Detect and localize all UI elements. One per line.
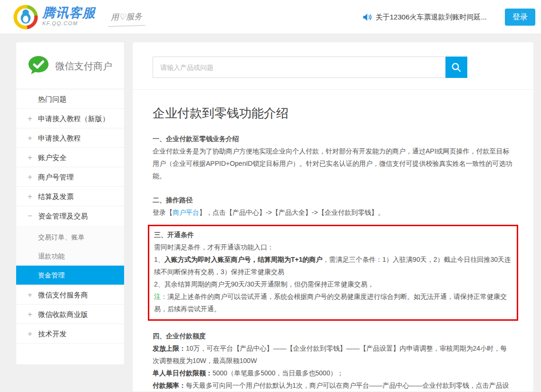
sidebar-subitem-funds-management-selected[interactable]: 资金管理: [16, 266, 124, 285]
text: 5000（单笔最多5000，当日最多也5000）；: [213, 369, 343, 377]
sidebar-item-access-tutorial[interactable]: + 申请接入教程: [16, 128, 124, 148]
sidebar-item-hot-questions[interactable]: 热门问题: [16, 89, 124, 109]
sidebar-item-settlement-invoice[interactable]: + 结算及发票: [16, 187, 124, 206]
sidebar-item-funds-management-trading[interactable]: − 资金管理及交易: [16, 206, 124, 226]
plus-icon[interactable]: +: [26, 285, 34, 305]
sidebar-brand-label: 微信支付商户: [55, 60, 112, 73]
plus-icon[interactable]: +: [26, 167, 34, 187]
text: 满足上述条件的商户可以尝试开通，系统会根据商户号的交易健康度进行综合判断。如无法…: [154, 293, 507, 313]
announcement-link[interactable]: 关于12306火车票退款到账时间延...: [363, 13, 487, 22]
section4-line3: 付款频率：每天最多可向同一个用户付款默认为1次，商户可以在商户平台——产品中心—…: [153, 379, 513, 392]
section4-line1: 发放上限：10万，可在平台【产品中心】——【企业付款到零钱】——【产品设置】内申…: [153, 342, 513, 367]
bold-text: 付款频率：: [153, 382, 186, 389]
sidebar-item-wechat-pay-service-provider[interactable]: + 微信支付服务商: [16, 285, 124, 305]
search-bar: [153, 57, 467, 78]
minus-icon[interactable]: −: [26, 206, 34, 226]
announcement-text: 关于12306火车票退款到账时间延...: [376, 13, 487, 22]
sidebar-item-label: 结算及发票: [38, 192, 74, 201]
sidebar-item-wechat-collection-business[interactable]: + 微信收款商业版: [16, 305, 124, 324]
sidebar-item-label: 商户号管理: [38, 173, 74, 181]
plus-icon[interactable]: +: [26, 128, 34, 148]
sidebar-subitem-refund-function[interactable]: 退款功能: [16, 247, 124, 266]
section4-heading: 四、企业付款额度: [153, 330, 513, 342]
text: 登录【: [153, 209, 173, 216]
logo-slogan: 用♡服务: [107, 11, 145, 27]
wechat-pay-logo-icon: [28, 55, 49, 77]
speaker-icon: [363, 13, 372, 21]
top-header: 腾讯客服 KF.QQ.COM 用♡服务 关于12306火车票退款到账时间延...…: [0, 0, 541, 34]
search-button[interactable]: [445, 57, 467, 78]
bold-text: 入账方式为即时入账至商户号，结算周期为T+1的商户: [164, 256, 323, 263]
section2-body: 登录【商户平台】，点击【产品中心】->【产品大全】->【企业付款到零钱】。: [153, 206, 513, 219]
header-right: 关于12306火车票退款到账时间延... 登录: [363, 0, 535, 34]
sidebar-item-label: 热门问题: [38, 95, 67, 103]
section-business-intro: 一、企业付款至零钱业务介绍 企业付款业务是为了协助商户方便地实现企业向个人付款，…: [153, 133, 513, 182]
page-title: 企业付款到零钱功能介绍: [153, 105, 513, 122]
section2-heading: 二、操作路径: [153, 194, 513, 206]
logo-title: 腾讯客服: [42, 7, 96, 19]
site-logo[interactable]: 腾讯客服 KF.QQ.COM 用♡服务: [13, 5, 145, 31]
bold-text: 发放上限：: [153, 344, 186, 352]
section1-body: 企业付款业务是为了协助商户方便地实现企业向个人付款，针对部分有开发能力的商户，通…: [153, 145, 513, 182]
opening-conditions-highlight-box: 三、开通条件 需同时满足条件，才有开通该功能入口： 1、入账方式为即时入账至商户…: [148, 225, 518, 321]
section-payment-quota: 四、企业付款额度 发放上限：10万，可在平台【产品中心】——【企业付款到零钱】—…: [153, 330, 513, 392]
main-panel: 企业付款到零钱功能介绍 一、企业付款至零钱业务介绍 企业付款业务是为了协助商户方…: [132, 42, 534, 392]
login-button[interactable]: 登录: [505, 9, 535, 26]
sidebar-item-label: 资金管理及交易: [38, 212, 88, 220]
sidebar-item-account-security[interactable]: + 账户安全: [16, 148, 124, 167]
search-icon: [451, 62, 462, 73]
sidebar-item-merchant-id-management[interactable]: + 商户号管理: [16, 167, 124, 187]
section3-line3: 2、其余结算周期的商户无90天/30天开通限制，但仍需保持正常健康交易，: [154, 278, 512, 290]
sidebar-item-technical-development[interactable]: + 技术开发: [16, 324, 124, 344]
sidebar-item-label: 微信收款商业版: [38, 310, 88, 318]
section3-note: 注：满足上述条件的商户可以尝试开通，系统会根据商户号的交易健康度进行综合判断。如…: [154, 290, 512, 315]
search-divider: [133, 89, 533, 90]
section1-heading: 一、企业付款至零钱业务介绍: [153, 133, 513, 145]
section4-line2: 单人单日付款限额：5000（单笔最多5000，当日最多也5000）；: [153, 367, 513, 379]
bold-text: 单人单日付款限额：: [153, 369, 213, 377]
plus-icon[interactable]: +: [26, 148, 34, 167]
text: 每天最多可向同一个用户付款默认为1次，商户可以在商户平台——产品中心——企业付款…: [153, 382, 509, 392]
sidebar-item-access-tutorial-new[interactable]: + 申请接入教程（新版）: [16, 109, 124, 128]
section3-line1: 需同时满足条件，才有开通该功能入口：: [154, 241, 512, 253]
sidebar-item-label: 微信支付服务商: [38, 291, 88, 299]
sidebar-item-label: 账户安全: [38, 153, 67, 162]
note-label: 注：: [154, 293, 167, 300]
article: 企业付款到零钱功能介绍 一、企业付款至零钱业务介绍 企业付款业务是为了协助商户方…: [133, 105, 533, 392]
sidebar-menu: 热门问题 + 申请接入教程（新版） + 申请接入教程 + 账户安全 + 商户号管…: [16, 89, 124, 344]
plus-icon[interactable]: +: [26, 305, 34, 324]
logo-text: 腾讯客服 KF.QQ.COM: [42, 7, 96, 26]
text: 1、: [154, 256, 164, 263]
section3-heading: 三、开通条件: [154, 229, 512, 241]
tencent-logo-icon: [13, 5, 38, 31]
sidebar-brand[interactable]: 微信支付商户: [16, 42, 124, 89]
plus-icon[interactable]: +: [26, 324, 34, 344]
section3-line2: 1、入账方式为即时入账至商户号，结算周期为T+1的商户，需满足三个条件：1）入驻…: [154, 253, 512, 278]
sidebar-item-label: 申请接入教程（新版）: [38, 115, 109, 123]
merchant-platform-link[interactable]: 商户平台: [173, 209, 199, 216]
logo-subtitle: KF.QQ.COM: [42, 20, 96, 26]
sidebar-subitem-trade-orders-bills[interactable]: 交易订单、账单: [16, 228, 124, 247]
sidebar-submenu: 交易订单、账单 退款功能 资金管理: [16, 226, 124, 285]
plus-icon[interactable]: +: [26, 109, 34, 128]
text: 10万，可在平台【产品中心】——【企业付款到零钱】——【产品设置】内申请调整，审…: [153, 344, 507, 364]
sidebar: 微信支付商户 热门问题 + 申请接入教程（新版） + 申请接入教程 + 账户安全…: [16, 42, 125, 365]
sidebar-item-label: 技术开发: [38, 330, 67, 338]
sidebar-item-label: 申请接入教程: [38, 134, 81, 142]
plus-icon[interactable]: +: [26, 187, 34, 206]
section-operation-path: 二、操作路径 登录【商户平台】，点击【产品中心】->【产品大全】->【企业付款到…: [153, 194, 513, 219]
search-input[interactable]: [153, 57, 445, 78]
text: 】，点击【产品中心】->【产品大全】->【企业付款到零钱】。: [199, 209, 385, 216]
